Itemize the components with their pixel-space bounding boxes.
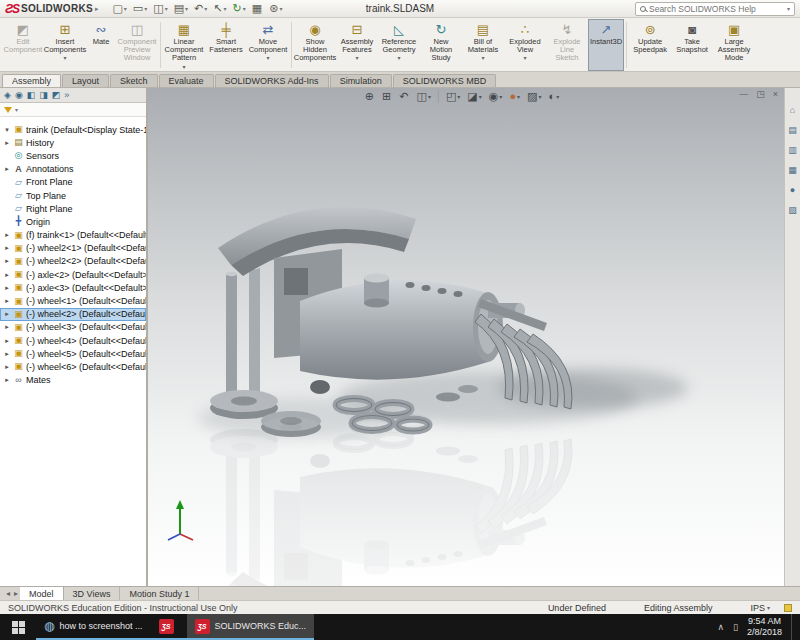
expander-collapsed-icon[interactable]: ▸ [3, 337, 11, 345]
taskbar-item[interactable]: ƷS [151, 614, 187, 640]
tree-item[interactable]: ▸ ∞ Mates [0, 374, 146, 387]
ribbon-tool-button[interactable]: ⊞ Insert Components ▾ [44, 19, 86, 71]
taskbar-item[interactable]: ƷS SOLIDWORKS Educ... [187, 614, 315, 640]
ribbon-tool-button[interactable]: ◙ Take Snapshot [671, 19, 713, 71]
feature-manager-tab[interactable]: ◈ [4, 91, 11, 100]
tree-item[interactable]: ◎ Sensors [0, 149, 146, 162]
expander-collapsed-icon[interactable]: ▸ [3, 363, 11, 371]
view-toolbar-button[interactable]: ⊕ [362, 90, 378, 103]
ribbon-tool-button[interactable]: ▣ Large Assembly Mode [713, 19, 755, 71]
command-tab[interactable]: Evaluate [159, 74, 214, 87]
feature-manager-tab[interactable]: ◧ [27, 91, 36, 100]
start-button[interactable] [0, 614, 36, 640]
expander-collapsed-icon[interactable]: ▸ [3, 139, 11, 147]
tree-item[interactable]: ▸ A Annotations [0, 163, 146, 176]
filter-funnel-icon[interactable] [4, 107, 12, 113]
quick-tool-button[interactable]: ▢ ▾ [109, 1, 129, 17]
task-pane-button[interactable]: ▤ [788, 126, 797, 135]
ribbon-tool-button[interactable]: ◉ Show Hidden Components [294, 19, 336, 71]
tree-item[interactable]: ▸ ▣ (-) wheel<2> (Default<<Default [0, 308, 146, 321]
document-tab[interactable]: Motion Study 1 [120, 587, 199, 600]
ribbon-tool-button[interactable]: ↗ Instant3D [588, 19, 624, 71]
quick-tool-button[interactable]: ▤ ▾ [171, 1, 191, 17]
tree-item[interactable]: ▸ ▣ (-) wheel2<1> (Default<<Defau [0, 242, 146, 255]
quick-tool-button[interactable]: ↻ ▾ [230, 1, 249, 17]
view-toolbar-button[interactable]: ◐ ▾ [545, 90, 562, 103]
tree-item[interactable]: ▸ ▣ (-) wheel<6> (Default<<Default> [0, 360, 146, 373]
expander-collapsed-icon[interactable]: ▸ [3, 165, 11, 173]
task-pane-button[interactable]: ● [790, 186, 795, 195]
view-toolbar-button[interactable]: ↶ [396, 90, 412, 103]
task-pane-button[interactable]: ▥ [788, 146, 797, 155]
feature-manager-tab[interactable]: ◩ [52, 91, 61, 100]
tree-item[interactable]: ▱ Front Plane [0, 176, 146, 189]
tree-item[interactable]: ▸ ▣ (-) wheel<5> (Default<<Default> [0, 347, 146, 360]
search-dropdown-arrow-icon[interactable]: ▾ [787, 5, 790, 12]
expander-collapsed-icon[interactable]: ▸ [3, 271, 11, 279]
command-tab[interactable]: Assembly [2, 74, 61, 87]
expander-collapsed-icon[interactable]: ▸ [3, 284, 11, 292]
expander-collapsed-icon[interactable]: ▸ [3, 244, 11, 252]
document-tab[interactable]: 3D Views [64, 587, 121, 600]
expander-collapsed-icon[interactable]: ▸ [3, 257, 11, 265]
expander-collapsed-icon[interactable]: ▸ [3, 323, 11, 331]
unit-system-selector[interactable]: IPS ▾ [750, 603, 770, 613]
search-input[interactable] [649, 4, 784, 14]
doc-control-button[interactable]: ◳ [756, 90, 765, 99]
quick-tool-button[interactable]: ▦ [249, 1, 266, 17]
help-search-box[interactable]: ▾ [635, 2, 795, 16]
view-toolbar-button[interactable]: ▨ ▾ [524, 90, 544, 103]
train-assembly-model[interactable] [148, 88, 784, 586]
doc-control-button[interactable]: — [739, 90, 748, 99]
taskbar-item[interactable]: ◍ how to screenshot ... [36, 614, 151, 640]
show-desktop-button[interactable] [791, 614, 796, 640]
tree-item[interactable]: ▱ Right Plane [0, 202, 146, 215]
ribbon-tool-button[interactable]: ▤ Bill of Materials ▾ [462, 19, 504, 71]
tree-item[interactable]: ▸ ▣ (-) wheel<4> (Default<<Default> [0, 334, 146, 347]
graphics-viewport[interactable]: ⊕ ⊞ ↶ ◫ ▾ [148, 88, 784, 586]
feature-manager-tab[interactable]: ◨ [39, 91, 48, 100]
tree-item[interactable]: ▸ ▣ (-) axle<2> (Default<<Default> [0, 268, 146, 281]
tree-item[interactable]: ▸ ▣ (-) axle<3> (Default<<Default> [0, 281, 146, 294]
expander-collapsed-icon[interactable]: ▸ [3, 310, 11, 318]
feature-manager-tab[interactable]: » [64, 91, 69, 100]
tab-scroll-left-icon[interactable]: ◂ [4, 589, 12, 598]
task-pane-button[interactable]: ▦ [788, 166, 797, 175]
ribbon-tool-button[interactable]: ∾ Mate [86, 19, 116, 71]
ribbon-tool-button[interactable]: ▦ Linear Component Pattern ▾ [163, 19, 205, 71]
view-toolbar-button[interactable]: ◪ ▾ [464, 90, 484, 103]
feature-manager-tab[interactable]: ◉ [15, 91, 23, 100]
tree-item[interactable]: ▸ ▣ (-) wheel2<2> (Default<<Defau [0, 255, 146, 268]
command-tab[interactable]: Simulation [330, 74, 392, 87]
tree-item[interactable]: ▸ ▣ (-) wheel<1> (Default<<Default [0, 294, 146, 307]
view-toolbar-button[interactable]: ⊞ [379, 90, 395, 103]
taskbar-clock[interactable]: 9:54 AM 2/8/2018 [747, 616, 782, 638]
view-toolbar-button[interactable]: ● ▾ [506, 90, 523, 103]
command-tab[interactable]: SOLIDWORKS MBD [393, 74, 497, 87]
ribbon-tool-button[interactable]: ╪ Smart Fasteners [205, 19, 247, 71]
expander-expanded-icon[interactable]: ▾ [3, 126, 11, 134]
task-pane-button[interactable]: ▧ [788, 206, 797, 215]
expander-collapsed-icon[interactable]: ▸ [3, 376, 11, 384]
command-tab[interactable]: Layout [62, 74, 109, 87]
view-toolbar-button[interactable]: ◉ ▾ [486, 90, 506, 103]
ribbon-tool-button[interactable]: ⊚ Update Speedpak [629, 19, 671, 71]
expander-collapsed-icon[interactable]: ▸ [3, 350, 11, 358]
quick-tool-button[interactable]: ▭ ▾ [130, 1, 150, 17]
filter-dropdown-arrow-icon[interactable]: ▾ [15, 106, 18, 113]
tree-item[interactable]: ▾ ▣ traink (Default<Display State-1>) [0, 123, 146, 136]
tab-scroll-right-icon[interactable]: ▸ [12, 589, 20, 598]
quick-tool-button[interactable]: ◫ ▾ [150, 1, 170, 17]
view-toolbar-button[interactable]: ◫ ▾ [413, 90, 433, 103]
quick-tool-button[interactable]: ↶ ▾ [191, 1, 210, 17]
ribbon-tool-button[interactable]: ↻ New Motion Study [420, 19, 462, 71]
doc-control-button[interactable]: × [773, 90, 778, 99]
tree-item[interactable]: ▸ ▣ (f) traink<1> (Default<<Default [0, 229, 146, 242]
tray-status-icon[interactable]: ▯ [733, 623, 738, 632]
tree-item[interactable]: ▸ ▣ (-) wheel<3> (Default<<Default> [0, 321, 146, 334]
ribbon-tool-button[interactable]: ⇄ Move Component ▾ [247, 19, 289, 71]
document-tab[interactable]: Model [20, 587, 64, 600]
ribbon-tool-button[interactable]: ⊟ Assembly Features ▾ [336, 19, 378, 71]
view-toolbar-button[interactable]: ◰ ▾ [443, 90, 463, 103]
tree-item[interactable]: ╋ Origin [0, 215, 146, 228]
